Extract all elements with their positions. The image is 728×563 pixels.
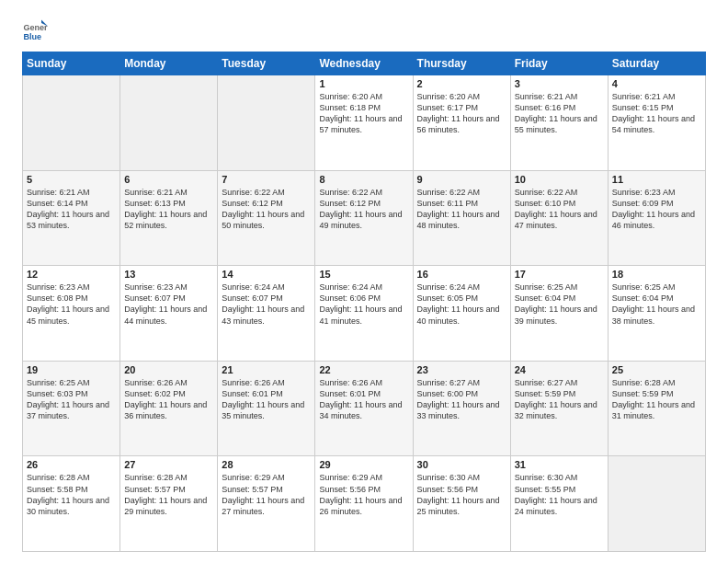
calendar-cell: 24Sunrise: 6:27 AMSunset: 5:59 PMDayligh… <box>510 361 608 456</box>
cell-info: Sunrise: 6:27 AMSunset: 6:00 PMDaylight:… <box>417 377 506 422</box>
weekday-header: Tuesday <box>218 52 315 75</box>
calendar-week-row: 5Sunrise: 6:21 AMSunset: 6:14 PMDaylight… <box>23 170 706 266</box>
calendar-cell: 1Sunrise: 6:20 AMSunset: 6:18 PMDaylight… <box>315 75 413 171</box>
day-number: 5 <box>27 174 116 185</box>
weekday-header: Wednesday <box>315 52 413 75</box>
page: General Blue SundayMondayTuesdayWednesda… <box>0 0 728 563</box>
cell-info: Sunrise: 6:20 AMSunset: 6:17 PMDaylight:… <box>417 91 506 136</box>
calendar-cell: 18Sunrise: 6:25 AMSunset: 6:04 PMDayligh… <box>608 266 705 362</box>
day-number: 24 <box>515 364 604 375</box>
weekday-header: Sunday <box>23 52 120 75</box>
cell-info: Sunrise: 6:26 AMSunset: 6:02 PMDaylight:… <box>124 377 213 422</box>
weekday-header: Saturday <box>608 52 705 75</box>
calendar-cell: 28Sunrise: 6:29 AMSunset: 5:57 PMDayligh… <box>218 456 315 552</box>
day-number: 30 <box>417 459 506 470</box>
calendar-cell <box>218 75 315 171</box>
cell-info: Sunrise: 6:26 AMSunset: 6:01 PMDaylight:… <box>319 377 408 422</box>
cell-info: Sunrise: 6:24 AMSunset: 6:06 PMDaylight:… <box>319 282 408 327</box>
calendar-cell: 30Sunrise: 6:30 AMSunset: 5:56 PMDayligh… <box>413 456 510 552</box>
calendar-table: SundayMondayTuesdayWednesdayThursdayFrid… <box>22 52 706 552</box>
cell-info: Sunrise: 6:25 AMSunset: 6:03 PMDaylight:… <box>27 377 116 422</box>
day-number: 28 <box>222 459 311 470</box>
cell-info: Sunrise: 6:21 AMSunset: 6:16 PMDaylight:… <box>515 91 604 136</box>
cell-info: Sunrise: 6:26 AMSunset: 6:01 PMDaylight:… <box>222 377 311 422</box>
cell-info: Sunrise: 6:30 AMSunset: 5:55 PMDaylight:… <box>515 472 604 517</box>
cell-info: Sunrise: 6:21 AMSunset: 6:13 PMDaylight:… <box>124 187 213 232</box>
cell-info: Sunrise: 6:24 AMSunset: 6:07 PMDaylight:… <box>222 282 311 327</box>
day-number: 12 <box>27 269 116 280</box>
day-number: 19 <box>27 364 116 375</box>
calendar-cell: 9Sunrise: 6:22 AMSunset: 6:11 PMDaylight… <box>413 170 510 266</box>
calendar-cell <box>608 456 705 552</box>
calendar-week-row: 19Sunrise: 6:25 AMSunset: 6:03 PMDayligh… <box>23 361 706 456</box>
calendar-cell: 27Sunrise: 6:28 AMSunset: 5:57 PMDayligh… <box>120 456 218 552</box>
cell-info: Sunrise: 6:30 AMSunset: 5:56 PMDaylight:… <box>417 472 506 517</box>
weekday-header: Thursday <box>413 52 510 75</box>
svg-text:Blue: Blue <box>23 32 41 41</box>
calendar-cell: 7Sunrise: 6:22 AMSunset: 6:12 PMDaylight… <box>218 170 315 266</box>
calendar-week-row: 12Sunrise: 6:23 AMSunset: 6:08 PMDayligh… <box>23 266 706 362</box>
cell-info: Sunrise: 6:28 AMSunset: 5:59 PMDaylight:… <box>612 377 701 422</box>
day-number: 15 <box>319 269 408 280</box>
cell-info: Sunrise: 6:24 AMSunset: 6:05 PMDaylight:… <box>417 282 506 327</box>
weekday-header: Monday <box>120 52 218 75</box>
cell-info: Sunrise: 6:25 AMSunset: 6:04 PMDaylight:… <box>515 282 604 327</box>
day-number: 17 <box>515 269 604 280</box>
calendar-cell: 3Sunrise: 6:21 AMSunset: 6:16 PMDaylight… <box>510 75 608 171</box>
cell-info: Sunrise: 6:20 AMSunset: 6:18 PMDaylight:… <box>319 91 408 136</box>
cell-info: Sunrise: 6:21 AMSunset: 6:15 PMDaylight:… <box>612 91 701 136</box>
day-number: 23 <box>417 364 506 375</box>
calendar-cell: 16Sunrise: 6:24 AMSunset: 6:05 PMDayligh… <box>413 266 510 362</box>
cell-info: Sunrise: 6:28 AMSunset: 5:57 PMDaylight:… <box>124 472 213 517</box>
day-number: 11 <box>612 174 701 185</box>
cell-info: Sunrise: 6:25 AMSunset: 6:04 PMDaylight:… <box>612 282 701 327</box>
day-number: 20 <box>124 364 213 375</box>
day-number: 2 <box>417 78 506 89</box>
calendar-cell: 21Sunrise: 6:26 AMSunset: 6:01 PMDayligh… <box>218 361 315 456</box>
day-number: 26 <box>27 459 116 470</box>
calendar-cell: 11Sunrise: 6:23 AMSunset: 6:09 PMDayligh… <box>608 170 705 266</box>
day-number: 9 <box>417 174 506 185</box>
calendar-cell: 2Sunrise: 6:20 AMSunset: 6:17 PMDaylight… <box>413 75 510 171</box>
calendar-cell: 25Sunrise: 6:28 AMSunset: 5:59 PMDayligh… <box>608 361 705 456</box>
day-number: 10 <box>515 174 604 185</box>
day-number: 31 <box>515 459 604 470</box>
day-number: 6 <box>124 174 213 185</box>
calendar-cell: 29Sunrise: 6:29 AMSunset: 5:56 PMDayligh… <box>315 456 413 552</box>
calendar-week-row: 1Sunrise: 6:20 AMSunset: 6:18 PMDaylight… <box>23 75 706 171</box>
calendar-cell: 15Sunrise: 6:24 AMSunset: 6:06 PMDayligh… <box>315 266 413 362</box>
calendar-header-row: SundayMondayTuesdayWednesdayThursdayFrid… <box>23 52 706 75</box>
cell-info: Sunrise: 6:28 AMSunset: 5:58 PMDaylight:… <box>27 472 116 517</box>
cell-info: Sunrise: 6:22 AMSunset: 6:12 PMDaylight:… <box>319 187 408 232</box>
calendar-cell: 12Sunrise: 6:23 AMSunset: 6:08 PMDayligh… <box>23 266 120 362</box>
weekday-header: Friday <box>510 52 608 75</box>
cell-info: Sunrise: 6:23 AMSunset: 6:07 PMDaylight:… <box>124 282 213 327</box>
cell-info: Sunrise: 6:27 AMSunset: 5:59 PMDaylight:… <box>515 377 604 422</box>
logo-icon: General Blue <box>22 17 48 42</box>
calendar-cell: 22Sunrise: 6:26 AMSunset: 6:01 PMDayligh… <box>315 361 413 456</box>
cell-info: Sunrise: 6:22 AMSunset: 6:12 PMDaylight:… <box>222 187 311 232</box>
calendar-cell: 23Sunrise: 6:27 AMSunset: 6:00 PMDayligh… <box>413 361 510 456</box>
day-number: 13 <box>124 269 213 280</box>
day-number: 7 <box>222 174 311 185</box>
calendar-cell: 17Sunrise: 6:25 AMSunset: 6:04 PMDayligh… <box>510 266 608 362</box>
day-number: 8 <box>319 174 408 185</box>
cell-info: Sunrise: 6:23 AMSunset: 6:08 PMDaylight:… <box>27 282 116 327</box>
calendar-cell: 19Sunrise: 6:25 AMSunset: 6:03 PMDayligh… <box>23 361 120 456</box>
calendar-cell <box>23 75 120 171</box>
calendar-cell: 4Sunrise: 6:21 AMSunset: 6:15 PMDaylight… <box>608 75 705 171</box>
day-number: 22 <box>319 364 408 375</box>
day-number: 29 <box>319 459 408 470</box>
day-number: 3 <box>515 78 604 89</box>
calendar-cell: 5Sunrise: 6:21 AMSunset: 6:14 PMDaylight… <box>23 170 120 266</box>
day-number: 27 <box>124 459 213 470</box>
calendar-cell: 26Sunrise: 6:28 AMSunset: 5:58 PMDayligh… <box>23 456 120 552</box>
cell-info: Sunrise: 6:29 AMSunset: 5:56 PMDaylight:… <box>319 472 408 517</box>
cell-info: Sunrise: 6:22 AMSunset: 6:11 PMDaylight:… <box>417 187 506 232</box>
day-number: 25 <box>612 364 701 375</box>
cell-info: Sunrise: 6:21 AMSunset: 6:14 PMDaylight:… <box>27 187 116 232</box>
calendar-cell: 14Sunrise: 6:24 AMSunset: 6:07 PMDayligh… <box>218 266 315 362</box>
calendar-cell: 20Sunrise: 6:26 AMSunset: 6:02 PMDayligh… <box>120 361 218 456</box>
cell-info: Sunrise: 6:29 AMSunset: 5:57 PMDaylight:… <box>222 472 311 517</box>
calendar-cell: 13Sunrise: 6:23 AMSunset: 6:07 PMDayligh… <box>120 266 218 362</box>
